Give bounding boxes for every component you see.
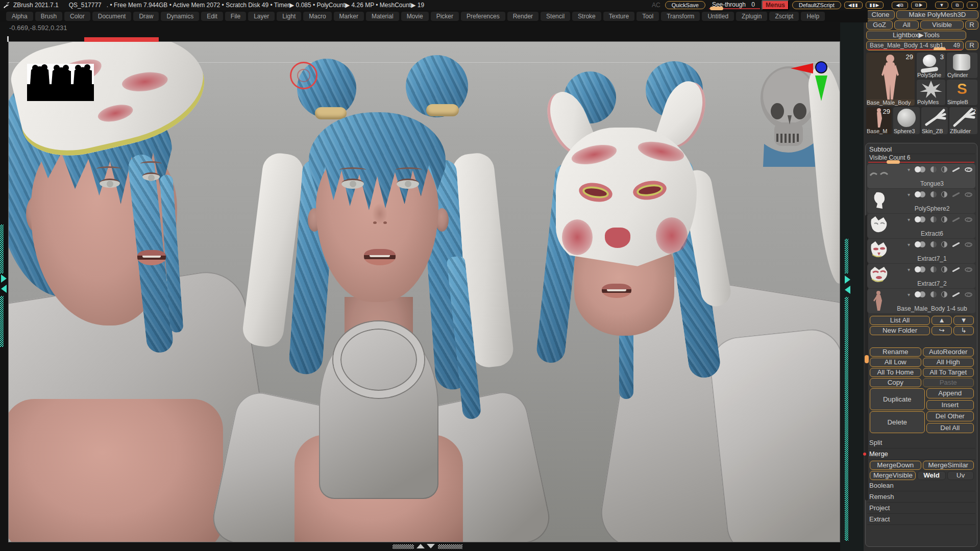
extract-section-header[interactable]: Extract xyxy=(867,514,975,525)
menu-marker[interactable]: Marker xyxy=(334,12,364,21)
autoreorder-button[interactable]: AutoReorder xyxy=(923,347,974,357)
menu-file[interactable]: File xyxy=(225,12,246,21)
visibility-eye-icon[interactable] xyxy=(965,217,972,222)
goz-button[interactable]: GoZ xyxy=(866,20,893,30)
menu-brush[interactable]: Brush xyxy=(35,12,62,21)
uvmap-icon[interactable] xyxy=(941,191,947,197)
sculpt-brush-icon[interactable] xyxy=(952,267,960,272)
move-out-folder-button[interactable]: ↪ xyxy=(932,326,952,335)
menu-draw[interactable]: Draw xyxy=(133,12,159,21)
menu-alpha[interactable]: Alpha xyxy=(6,12,33,21)
subtool-up-button[interactable]: ▲ xyxy=(932,316,952,325)
restore-window-icon[interactable]: ⧉ xyxy=(951,2,963,9)
right-scroll-right-arrow-icon[interactable] xyxy=(845,276,850,284)
mergesimilar-button[interactable]: MergeSimilar xyxy=(923,461,974,470)
visibility-eye-icon[interactable] xyxy=(965,192,972,197)
menu-dynamics[interactable]: Dynamics xyxy=(161,12,199,21)
axis-x-icon[interactable] xyxy=(791,63,813,73)
solo-arrow-icon[interactable]: ▾ xyxy=(908,167,910,172)
menu-transform[interactable]: Transform xyxy=(661,12,700,21)
polypaint-icon[interactable] xyxy=(915,291,926,297)
menu-picker[interactable]: Picker xyxy=(431,12,459,21)
next-document-icon[interactable]: ⧉▶ xyxy=(911,2,927,9)
subtool-row-tongue3[interactable]: ▾ Tongue3 xyxy=(867,164,975,188)
tool-tile-polymesh-star[interactable]: PolyMes xyxy=(917,80,945,105)
tool-tile-base-m[interactable]: 29 Base_M xyxy=(866,107,892,134)
subtool-scrollbar-thumb[interactable] xyxy=(865,355,869,363)
lightbox-tools-button[interactable]: Lightbox▶Tools xyxy=(866,31,966,40)
menu-light[interactable]: Light xyxy=(277,12,301,21)
delete-button[interactable]: Delete xyxy=(870,411,925,433)
rename-button[interactable]: Rename xyxy=(870,347,921,357)
polypaint-icon[interactable] xyxy=(915,266,926,272)
right-scrollbar-track2[interactable] xyxy=(845,297,848,541)
scroll-left-icon[interactable]: ◀▮▮ xyxy=(844,2,863,9)
close-icon[interactable]: × xyxy=(967,2,978,9)
left-scrollbar-track2[interactable] xyxy=(0,296,4,347)
uv-toggle[interactable]: Uv xyxy=(947,471,974,480)
tool-r-button[interactable]: R xyxy=(965,41,978,50)
menu-untitled[interactable]: Untitled xyxy=(702,12,734,21)
menu-render[interactable]: Render xyxy=(507,12,538,21)
bottom-scrollbar-left[interactable] xyxy=(393,544,414,549)
see-through-slider[interactable]: See-through 0 xyxy=(707,1,760,9)
copy-button[interactable]: Copy xyxy=(870,378,921,387)
menu-preferences[interactable]: Preferences xyxy=(461,12,505,21)
insert-button[interactable]: Insert xyxy=(926,400,974,410)
default-zscript-button[interactable]: DefaultZScript xyxy=(792,1,841,9)
sculpt-brush-icon[interactable] xyxy=(952,167,960,172)
right-scrollbar-track[interactable] xyxy=(845,239,848,273)
subtool-row-extract6[interactable]: ▾ Extract6 xyxy=(867,214,975,238)
solo-arrow-icon[interactable]: ▾ xyxy=(908,192,910,197)
menu-layer[interactable]: Layer xyxy=(248,12,275,21)
colorize-icon[interactable] xyxy=(930,241,937,247)
menu-color[interactable]: Color xyxy=(64,12,90,21)
all-high-button[interactable]: All High xyxy=(923,358,974,367)
sculpt-brush-icon[interactable] xyxy=(952,192,960,197)
all-low-button[interactable]: All Low xyxy=(870,358,921,367)
visibility-eye-icon[interactable] xyxy=(965,267,972,272)
minimize-icon[interactable]: ▼ xyxy=(935,2,948,9)
del-all-button[interactable]: Del All xyxy=(926,423,974,433)
sculpt-brush-icon[interactable] xyxy=(952,217,960,222)
solo-arrow-icon[interactable]: ▾ xyxy=(908,242,910,247)
bottom-scrollbar-right[interactable] xyxy=(438,544,462,549)
colorize-icon[interactable] xyxy=(930,216,937,222)
export-visible-button[interactable]: Visible xyxy=(920,20,964,30)
project-section-header[interactable]: Project xyxy=(867,503,975,514)
uvmap-icon[interactable] xyxy=(941,291,947,297)
make-polymesh3d-button[interactable]: Make PolyMesh3D xyxy=(896,10,978,19)
visibility-eye-icon[interactable] xyxy=(965,242,972,247)
active-tool-slider-handle[interactable] xyxy=(934,47,946,51)
solo-arrow-icon[interactable]: ▾ xyxy=(908,267,910,272)
all-to-home-button[interactable]: All To Home xyxy=(870,368,921,377)
menu-stencil[interactable]: Stencil xyxy=(541,12,570,21)
polypaint-icon[interactable] xyxy=(915,241,926,247)
bottom-scroll-down-icon[interactable] xyxy=(427,544,435,548)
axis-y-icon[interactable] xyxy=(815,76,827,101)
menu-macro[interactable]: Macro xyxy=(303,12,331,21)
paste-button[interactable]: Paste xyxy=(923,378,974,387)
menu-stroke[interactable]: Stroke xyxy=(572,12,601,21)
export-all-button[interactable]: All xyxy=(894,20,919,30)
split-section-header[interactable]: Split xyxy=(867,437,975,448)
move-in-folder-button[interactable]: ↳ xyxy=(953,326,974,335)
all-to-target-button[interactable]: All To Target xyxy=(923,368,974,377)
alpha-thumbnail[interactable] xyxy=(27,64,94,101)
uvmap-icon[interactable] xyxy=(941,266,947,272)
menu-document[interactable]: Document xyxy=(92,12,132,21)
tool-tile-skin-zb[interactable]: Skin_ZB xyxy=(921,107,948,134)
subtool-row-base-male-body[interactable]: ▾ Base_Male_Body 1-4 sub xyxy=(867,289,975,313)
uvmap-icon[interactable] xyxy=(941,241,947,247)
tool-tile-cylinder[interactable]: Cylinder xyxy=(947,53,977,78)
visible-count-handle[interactable] xyxy=(887,160,900,164)
del-other-button[interactable]: Del Other xyxy=(926,411,974,421)
colorize-icon[interactable] xyxy=(930,291,937,297)
quicksave-button[interactable]: QuickSave xyxy=(665,1,705,9)
left-scrollbar-track[interactable] xyxy=(0,224,4,273)
subtool-row-extract7-2[interactable]: ▾ Extract7_2 xyxy=(867,264,975,288)
colorize-icon[interactable] xyxy=(930,166,937,172)
tool-tile-simplebrush[interactable]: S SimpleB xyxy=(947,80,977,105)
menus-button[interactable]: Menus xyxy=(762,0,789,10)
prev-document-icon[interactable]: ◀⧉ xyxy=(892,2,908,9)
